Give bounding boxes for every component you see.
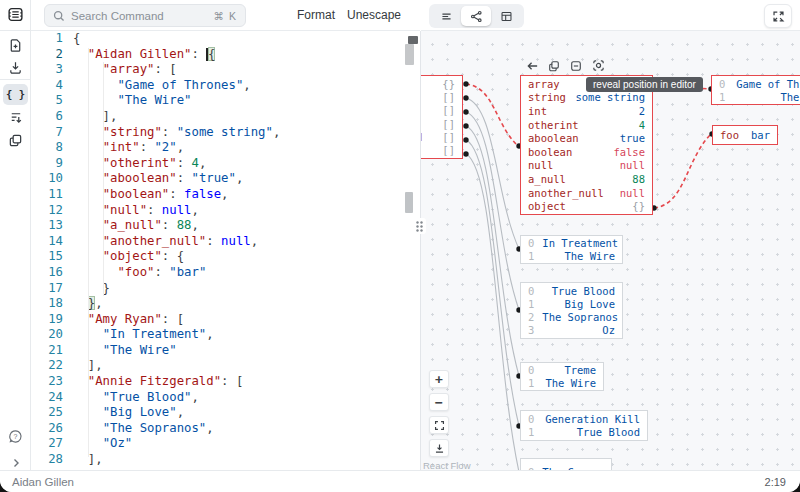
fullscreen-button[interactable] [764, 4, 792, 28]
indent-guide [103, 62, 104, 296]
transform-icon[interactable] [0, 107, 31, 127]
code-text: "Amy Ryan": [ [73, 312, 184, 328]
node-key: null [528, 159, 553, 171]
node-row: [] [421, 144, 462, 157]
node-key: foo [720, 129, 739, 141]
node-row: nullnull [521, 159, 652, 173]
json-code-editor[interactable]: 1{2 "Aidan Gillen": {3 "array": [4 "Game… [31, 31, 420, 470]
unescape-button[interactable]: Unescape [347, 0, 401, 31]
node-key: rd [421, 131, 434, 143]
graph-view-icon [470, 10, 483, 23]
node-value: The Wire [537, 377, 596, 389]
line-number: 6 [31, 109, 63, 125]
edge-handle-dot [463, 123, 468, 128]
node-key: int [528, 105, 547, 117]
array-index: 1 [719, 91, 725, 103]
statusbar: Aidan Gillen 2:19 [0, 470, 800, 492]
node-value: false [605, 146, 645, 158]
graph-node-root[interactable]: {}[][][]rd[][] [421, 75, 463, 159]
node-row: {} [421, 77, 462, 90]
focus-node-icon[interactable] [591, 59, 605, 72]
line-number: 2 [31, 47, 63, 63]
zoom-out-button[interactable]: − [429, 393, 449, 411]
editor-line: 27 "Oz" [31, 436, 420, 452]
line-number: 28 [31, 452, 63, 468]
graph-node-clarke[interactable]: 0The Corner [520, 458, 612, 470]
copy-node-icon[interactable] [547, 59, 561, 72]
node-row: object{} [521, 199, 652, 213]
line-number: 21 [31, 343, 63, 359]
editor-line: 13 "a_null": 88, [31, 218, 420, 234]
node-value: 2 [631, 105, 645, 117]
node-row: 0Treme [521, 364, 603, 377]
editor-line: 11 "boolean": false, [31, 187, 420, 203]
new-document-icon[interactable] [0, 35, 31, 55]
array-index: 1 [528, 426, 534, 438]
overview-ruler-cursor-mark [408, 36, 418, 44]
zoom-in-button[interactable]: + [429, 370, 449, 388]
editor-line: 9 "otherint": 4, [31, 156, 420, 172]
node-value: some string [567, 91, 645, 103]
format-button[interactable]: Format [297, 0, 335, 31]
line-number: 5 [31, 93, 63, 109]
graph-node-alex[interactable]: 0Generation Kill1True Blood [520, 410, 648, 441]
react-flow-attribution: React Flow [423, 460, 471, 470]
graph-node-anwan[interactable]: 0Treme1The Wire [520, 362, 604, 391]
editor-line: 28 ], [31, 452, 420, 468]
compare-copy-icon[interactable] [0, 130, 31, 150]
node-value: null [612, 159, 645, 171]
graph-edge [466, 84, 518, 146]
node-key: object [528, 200, 566, 212]
graph-edge [654, 134, 711, 208]
node-value: Treme [556, 364, 596, 376]
node-row: 0In Treatment [521, 237, 622, 250]
indent-guide [88, 48, 89, 457]
array-index: 0 [528, 364, 534, 376]
graph-node-got[interactable]: 0Game of Thrones1The Wire [711, 75, 800, 105]
editor-line: 24 "True Blood", [31, 390, 420, 406]
fit-view-button[interactable] [429, 416, 449, 434]
line-number: 16 [31, 265, 63, 281]
help-icon[interactable]: ? [0, 426, 31, 446]
panel-resize-grip[interactable] [412, 218, 426, 234]
node-value: The Sopranos [534, 311, 618, 323]
editor-line: 10 "aboolean": "true", [31, 171, 420, 187]
app-logo-icon[interactable] [0, 4, 31, 24]
download-image-button[interactable] [429, 439, 449, 457]
editor-braces-icon[interactable]: { } [0, 84, 31, 104]
array-index: 0 [528, 285, 534, 297]
node-row: 0True Blood [521, 284, 622, 297]
code-text: "null": null, [73, 203, 199, 219]
editor-line: 26 "The Sopranos", [31, 421, 420, 437]
code-text: "The Sopranos", [73, 421, 214, 437]
search-command-input[interactable]: Search Command ⌘ K [44, 4, 246, 27]
graph-canvas[interactable]: {}[][][]rd[][]array[]stringsome stringin… [421, 31, 800, 470]
list-view-icon [440, 10, 453, 23]
fit-view-icon [434, 420, 445, 431]
edge-handle-dot [463, 151, 468, 156]
table-view-button[interactable] [491, 6, 521, 26]
graph-node-annie[interactable]: 0True Blood1Big Love2The Sopranos3Oz [520, 282, 623, 339]
node-key: otherint [528, 119, 579, 131]
list-view-button[interactable] [431, 6, 461, 26]
edge-handle-dot [463, 137, 468, 142]
node-value: bar [743, 129, 770, 141]
import-download-icon[interactable] [0, 57, 31, 77]
graph-view-button[interactable] [461, 6, 491, 26]
code-text: { [73, 31, 80, 47]
graph-node-amy[interactable]: 0In Treatment1The Wire [520, 235, 623, 264]
search-placeholder: Search Command [71, 10, 208, 22]
code-text: "object": { [73, 249, 184, 265]
graph-node-aidan[interactable]: array[]stringsome stringint2otherint4abo… [520, 75, 653, 215]
graph-node-foo[interactable]: foobar [712, 125, 778, 145]
code-text: "Oz" [73, 436, 132, 452]
collapse-to-parent-icon[interactable] [525, 59, 539, 72]
array-index: 1 [528, 250, 534, 262]
scrollbar-thumb[interactable] [405, 44, 414, 65]
node-value: [] [434, 118, 455, 130]
collapse-node-icon[interactable] [569, 59, 583, 72]
node-value: [] [434, 131, 455, 143]
node-value: The Wire [556, 250, 615, 262]
line-number: 3 [31, 62, 63, 78]
code-text: "otherint": 4, [73, 156, 206, 172]
